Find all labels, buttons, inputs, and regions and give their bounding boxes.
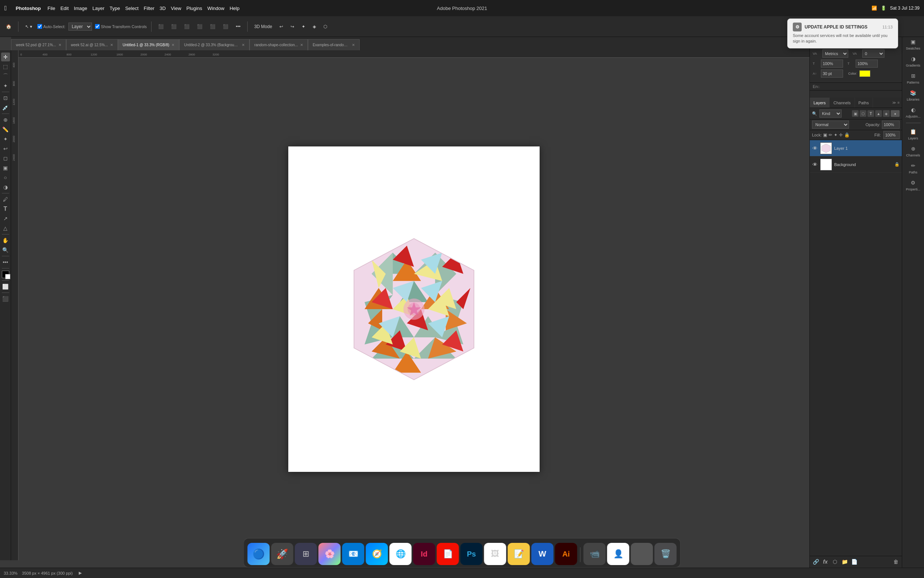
tool-mode-dropdown[interactable]: ▾ (30, 24, 32, 29)
stamp-tool[interactable]: ✦ (1, 135, 10, 143)
app-name[interactable]: Photoshop (16, 6, 41, 11)
menu-filter[interactable]: Filter (144, 6, 154, 11)
undo-btn[interactable]: ↩ (277, 23, 285, 30)
tab-close-2[interactable]: ✕ (172, 43, 175, 47)
menu-plugins[interactable]: Plugins (186, 6, 202, 11)
quick-mask-mode[interactable]: ⬜ (1, 282, 10, 291)
eyedropper-tool[interactable]: 💉 (1, 103, 10, 112)
layer-1-visibility[interactable]: 👁 (812, 162, 818, 167)
properties-panel-item[interactable]: ⚙ Properti... (904, 177, 923, 193)
filter-toggle[interactable]: ● (891, 110, 900, 117)
libraries-panel-item[interactable]: 📚 Libraries (904, 87, 923, 103)
tab-3[interactable]: Untitled-2 @ 33.3% (Background, R... ✕ (179, 39, 249, 50)
canvas-inner[interactable] (18, 58, 809, 560)
screen-mode[interactable]: ⬛ (1, 294, 10, 303)
scale-v-input[interactable] (856, 60, 878, 68)
statusbar-expand[interactable]: ▶ (79, 571, 82, 575)
lock-all-icon[interactable]: 🔒 (844, 132, 850, 138)
menu-3d[interactable]: 3D (160, 6, 166, 11)
tracking-select[interactable]: Metrics (822, 50, 848, 58)
tab-close-3[interactable]: ✕ (242, 43, 245, 47)
add-style-btn[interactable]: fx (822, 558, 829, 565)
fill-input[interactable] (884, 131, 900, 139)
add-mask-btn[interactable]: ⬡ (831, 558, 838, 565)
redo-btn[interactable]: ↪ (288, 23, 296, 30)
blur-tool[interactable]: ○ (1, 173, 10, 182)
blend-mode-select[interactable]: Normal (812, 120, 849, 129)
color-swatch[interactable] (859, 70, 871, 77)
selection-tool[interactable]: ⬚ (1, 62, 10, 71)
adjustments-panel-item[interactable]: ◐ Adjustm... (904, 104, 923, 120)
auto-select-checkbox[interactable] (37, 24, 42, 29)
link-layers-btn[interactable]: 🔗 (812, 558, 819, 565)
dock-illustrator[interactable]: Ai (555, 543, 577, 565)
filter-shape-icon[interactable]: ▲ (875, 110, 882, 117)
tool-mode-select[interactable]: ↖ ▾ (23, 23, 34, 30)
dock-screenstudio[interactable]: 📹 (584, 543, 606, 565)
crop-tool[interactable]: ⊡ (1, 94, 10, 102)
new-group-btn[interactable]: 📁 (841, 558, 848, 565)
type-tool[interactable]: T (1, 205, 10, 213)
background-color[interactable] (5, 274, 10, 279)
new-layer-btn[interactable]: 📄 (850, 558, 858, 565)
swatches-panel-item[interactable]: ▣ Swatches (904, 36, 923, 52)
filter-adjust-icon[interactable]: ⬡ (860, 110, 866, 117)
menu-image[interactable]: Image (74, 6, 87, 11)
hand-tool[interactable]: ✋ (1, 236, 10, 245)
tab-close-5[interactable]: ✕ (352, 43, 355, 47)
move-tool[interactable]: ✛ (1, 52, 10, 62)
menu-window[interactable]: Window (207, 6, 224, 11)
align-center-h[interactable]: ⬛ (169, 23, 179, 30)
dock-contacts[interactable]: 👤 (607, 543, 629, 565)
kerning-select[interactable]: 0 (862, 50, 884, 58)
opacity-input[interactable] (882, 120, 900, 129)
magic-wand-tool[interactable]: ✦ (1, 81, 10, 90)
tab-5[interactable]: Examples-of-random... ✕ (308, 39, 359, 50)
menu-layer[interactable]: Layer (92, 6, 105, 11)
dock-word[interactable]: W (531, 543, 553, 565)
spot-healing-tool[interactable]: ⊕ (1, 115, 10, 124)
layer-item-1[interactable]: 👁 Background 🔒 (810, 156, 902, 173)
shape-tool[interactable]: △ (1, 224, 10, 232)
dock-photos[interactable]: 🌸 (319, 543, 341, 565)
dock-photoshop[interactable]: Ps (461, 543, 483, 565)
patterns-panel-item[interactable]: ⊞ Patterns (904, 70, 923, 86)
align-left[interactable]: ⬛ (156, 23, 166, 30)
align-bottom[interactable]: ⬛ (221, 23, 231, 30)
filter-smart-icon[interactable]: ◈ (883, 110, 890, 117)
align-top[interactable]: ⬛ (195, 23, 205, 30)
menu-help[interactable]: Help (230, 6, 239, 11)
lock-position-icon[interactable]: ✛ (839, 132, 843, 138)
tab-4[interactable]: random-shape-collection... ✕ (249, 39, 308, 50)
home-button[interactable]: 🏠 (4, 23, 14, 30)
paths-panel-item[interactable]: ✏ Paths (904, 160, 923, 176)
history-brush[interactable]: ↩ (1, 144, 10, 153)
zoom-tool[interactable]: 🔍 (1, 245, 10, 255)
tab-0[interactable]: week 52.psd @ 27.1%... ✕ (11, 39, 66, 50)
menu-type[interactable]: Type (110, 6, 120, 11)
gradient-tool[interactable]: ▣ (1, 164, 10, 172)
dock-chrome[interactable]: 🌐 (390, 543, 412, 565)
layers-tab-layers[interactable]: Layers (810, 97, 830, 108)
delete-layer-btn[interactable]: 🗑 (892, 558, 900, 565)
dock-launchpad[interactable]: 🚀 (271, 543, 293, 565)
dock-more-apps[interactable] (631, 543, 653, 565)
menu-edit[interactable]: Edit (60, 6, 68, 11)
menu-select[interactable]: Select (125, 6, 139, 11)
filter-type-icon[interactable]: T (867, 110, 874, 117)
baseline-input[interactable] (821, 70, 843, 78)
scale-h-input[interactable] (821, 60, 843, 68)
eraser-tool[interactable]: ◻ (1, 154, 10, 163)
arrange-btn[interactable]: ✦ (299, 23, 307, 30)
show-transform-checkbox[interactable] (95, 24, 100, 29)
pen-tool[interactable]: 🖊 (1, 195, 10, 204)
extra-btn[interactable]: ◈ (311, 23, 318, 30)
dock-safari[interactable]: 🧭 (366, 543, 388, 565)
dodge-tool[interactable]: ◑ (1, 183, 10, 192)
lasso-tool[interactable]: ⌒ (1, 72, 10, 81)
tab-2[interactable]: Untitled-1 @ 33.3% (RGB/8) ✕ (118, 39, 179, 50)
auto-select-dropdown[interactable]: Layer Group (68, 23, 92, 31)
dock-finder[interactable]: 🔵 (248, 543, 270, 565)
foreground-color[interactable] (2, 271, 9, 278)
menu-file[interactable]: File (47, 6, 55, 11)
